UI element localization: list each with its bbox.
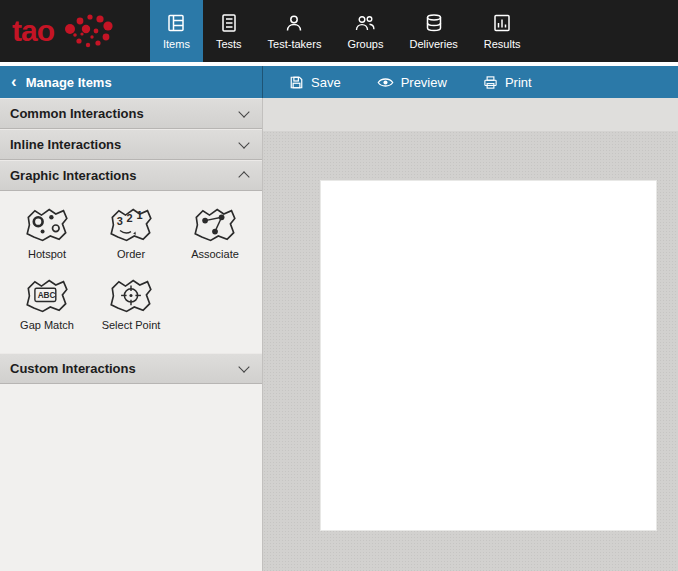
tool-select-point[interactable]: Select Point	[89, 278, 173, 331]
tool-label: Order	[117, 248, 145, 260]
nav-item-label: Test-takers	[268, 38, 322, 50]
deliveries-icon	[424, 13, 444, 33]
hotspot-icon	[25, 207, 69, 243]
nav-item-label: Groups	[347, 38, 383, 50]
tool-order[interactable]: 3 2 1 Order	[89, 207, 173, 260]
svg-text:ABC: ABC	[38, 291, 56, 300]
tool-label: Hotspot	[28, 248, 66, 260]
interactions-sidebar: Common Interactions Inline Interactions …	[0, 98, 263, 571]
save-label: Save	[311, 75, 341, 90]
chevron-up-icon	[238, 171, 249, 182]
manage-items-back-button[interactable]: ‹ Manage Items	[0, 66, 263, 98]
tao-logo-dots-icon	[56, 9, 118, 53]
results-icon	[492, 13, 512, 33]
chevron-down-icon	[238, 361, 249, 372]
accordion-custom-interactions[interactable]: Custom Interactions	[0, 353, 262, 384]
authoring-stage	[263, 98, 678, 571]
svg-text:2: 2	[127, 212, 133, 224]
nav-item-label: Items	[163, 38, 190, 50]
action-toolbar: ‹ Manage Items Save	[0, 66, 678, 98]
manage-items-label: Manage Items	[26, 75, 112, 90]
item-canvas[interactable]	[320, 180, 657, 531]
tao-logo[interactable]: tao	[0, 0, 150, 62]
tool-label: Associate	[191, 248, 239, 260]
stage-top-strip	[263, 98, 678, 132]
section-label: Graphic Interactions	[10, 168, 136, 183]
section-label: Common Interactions	[10, 106, 144, 121]
eye-icon	[377, 76, 394, 89]
svg-text:3: 3	[117, 215, 123, 227]
chevron-left-icon: ‹	[11, 73, 17, 90]
accordion-inline-interactions[interactable]: Inline Interactions	[0, 129, 262, 160]
save-button[interactable]: Save	[289, 75, 341, 90]
nav-item-label: Deliveries	[409, 38, 457, 50]
app-header: tao	[0, 0, 678, 62]
groups-icon	[354, 13, 376, 33]
nav-item-items[interactable]: Items	[150, 0, 203, 62]
select-point-icon	[109, 278, 153, 314]
nav-item-tests[interactable]: Tests	[203, 0, 255, 62]
print-button[interactable]: Print	[483, 75, 532, 90]
accordion-graphic-interactions[interactable]: Graphic Interactions	[0, 160, 262, 191]
tool-label: Gap Match	[20, 319, 74, 331]
nav-item-results[interactable]: Results	[471, 0, 534, 62]
section-label: Custom Interactions	[10, 361, 136, 376]
preview-button[interactable]: Preview	[377, 75, 447, 90]
tool-gap-match[interactable]: ABC Gap Match	[5, 278, 89, 331]
toolbar-actions: Save Preview	[263, 66, 532, 98]
nav-item-label: Tests	[216, 38, 242, 50]
tao-logo-text: tao	[12, 16, 54, 46]
tao-item-authoring-screen: tao	[0, 0, 678, 571]
printer-icon	[483, 75, 498, 90]
save-icon	[289, 75, 304, 90]
svg-text:1: 1	[137, 210, 143, 222]
tool-hotspot[interactable]: Hotspot	[5, 207, 89, 260]
section-label: Inline Interactions	[10, 137, 121, 152]
chevron-down-icon	[238, 106, 249, 117]
order-icon: 3 2 1	[109, 207, 153, 243]
associate-icon	[193, 207, 237, 243]
graphic-interactions-panel: Hotspot 3 2 1 Order	[0, 191, 258, 353]
print-label: Print	[505, 75, 532, 90]
test-takers-icon	[284, 13, 304, 33]
accordion-common-interactions[interactable]: Common Interactions	[0, 98, 262, 129]
nav-item-test-takers[interactable]: Test-takers	[255, 0, 335, 62]
nav-item-groups[interactable]: Groups	[334, 0, 396, 62]
nav-item-deliveries[interactable]: Deliveries	[396, 0, 470, 62]
gap-match-icon: ABC	[25, 278, 69, 314]
chevron-down-icon	[238, 137, 249, 148]
tool-label: Select Point	[102, 319, 161, 331]
tests-icon	[219, 13, 239, 33]
tool-associate[interactable]: Associate	[173, 207, 257, 260]
main-nav: Items Tests	[150, 0, 533, 62]
preview-label: Preview	[401, 75, 447, 90]
nav-item-label: Results	[484, 38, 521, 50]
items-icon	[166, 13, 186, 33]
